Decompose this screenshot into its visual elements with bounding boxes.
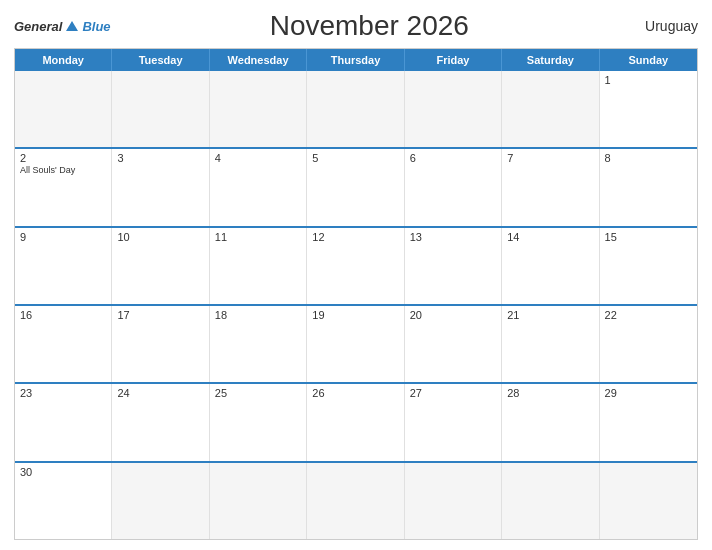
weeks: 12All Souls' Day345678910111213141516171… [15, 71, 697, 539]
day-number: 18 [215, 309, 301, 321]
day-cell [112, 463, 209, 539]
day-number: 19 [312, 309, 398, 321]
day-cell: 21 [502, 306, 599, 382]
day-cell: 8 [600, 149, 697, 225]
day-cell: 20 [405, 306, 502, 382]
week-row-4: 23242526272829 [15, 382, 697, 460]
day-cell: 23 [15, 384, 112, 460]
page: General Blue November 2026 Uruguay Monda… [0, 0, 712, 550]
day-number: 9 [20, 231, 106, 243]
day-number: 30 [20, 466, 106, 478]
day-cell [405, 463, 502, 539]
day-cell: 10 [112, 228, 209, 304]
logo-triangle-icon [66, 21, 78, 31]
day-cell: 13 [405, 228, 502, 304]
day-cell: 26 [307, 384, 404, 460]
day-cell: 27 [405, 384, 502, 460]
day-number: 23 [20, 387, 106, 399]
day-cell: 28 [502, 384, 599, 460]
day-cell: 12 [307, 228, 404, 304]
day-headers: MondayTuesdayWednesdayThursdayFridaySatu… [15, 49, 697, 71]
day-header-sunday: Sunday [600, 49, 697, 71]
day-number: 2 [20, 152, 106, 164]
day-number: 29 [605, 387, 692, 399]
day-cell: 22 [600, 306, 697, 382]
day-cell: 6 [405, 149, 502, 225]
month-title: November 2026 [111, 10, 628, 42]
day-number: 27 [410, 387, 496, 399]
day-cell [210, 71, 307, 147]
day-cell [502, 463, 599, 539]
day-cell [112, 71, 209, 147]
day-cell: 9 [15, 228, 112, 304]
day-cell: 24 [112, 384, 209, 460]
day-cell: 17 [112, 306, 209, 382]
day-number: 13 [410, 231, 496, 243]
day-number: 1 [605, 74, 692, 86]
logo-blue-text: Blue [82, 19, 110, 34]
day-number: 17 [117, 309, 203, 321]
day-number: 22 [605, 309, 692, 321]
day-header-tuesday: Tuesday [112, 49, 209, 71]
day-cell: 14 [502, 228, 599, 304]
day-number: 4 [215, 152, 301, 164]
week-row-1: 2All Souls' Day345678 [15, 147, 697, 225]
day-number: 10 [117, 231, 203, 243]
day-cell: 16 [15, 306, 112, 382]
day-cell: 25 [210, 384, 307, 460]
day-header-saturday: Saturday [502, 49, 599, 71]
day-cell [307, 71, 404, 147]
day-number: 20 [410, 309, 496, 321]
day-cell: 5 [307, 149, 404, 225]
day-cell: 19 [307, 306, 404, 382]
day-cell: 1 [600, 71, 697, 147]
day-number: 5 [312, 152, 398, 164]
logo: General Blue [14, 19, 111, 34]
day-number: 25 [215, 387, 301, 399]
week-row-5: 30 [15, 461, 697, 539]
day-number: 24 [117, 387, 203, 399]
day-cell: 30 [15, 463, 112, 539]
day-number: 26 [312, 387, 398, 399]
day-cell: 29 [600, 384, 697, 460]
day-cell: 4 [210, 149, 307, 225]
day-header-monday: Monday [15, 49, 112, 71]
day-cell [600, 463, 697, 539]
week-row-2: 9101112131415 [15, 226, 697, 304]
week-row-0: 1 [15, 71, 697, 147]
day-number: 8 [605, 152, 692, 164]
day-number: 28 [507, 387, 593, 399]
country-label: Uruguay [628, 18, 698, 34]
day-number: 6 [410, 152, 496, 164]
day-cell [502, 71, 599, 147]
day-number: 12 [312, 231, 398, 243]
day-number: 15 [605, 231, 692, 243]
day-number: 11 [215, 231, 301, 243]
day-cell: 7 [502, 149, 599, 225]
day-number: 14 [507, 231, 593, 243]
day-cell: 11 [210, 228, 307, 304]
day-number: 3 [117, 152, 203, 164]
day-number: 21 [507, 309, 593, 321]
day-cell [210, 463, 307, 539]
day-cell [307, 463, 404, 539]
logo-general-text: General [14, 19, 62, 34]
day-cell [15, 71, 112, 147]
day-number: 16 [20, 309, 106, 321]
holiday-label: All Souls' Day [20, 165, 106, 176]
day-cell: 15 [600, 228, 697, 304]
day-cell: 18 [210, 306, 307, 382]
header: General Blue November 2026 Uruguay [14, 10, 698, 42]
day-header-thursday: Thursday [307, 49, 404, 71]
week-row-3: 16171819202122 [15, 304, 697, 382]
calendar: MondayTuesdayWednesdayThursdayFridaySatu… [14, 48, 698, 540]
day-number: 7 [507, 152, 593, 164]
day-header-wednesday: Wednesday [210, 49, 307, 71]
day-cell: 3 [112, 149, 209, 225]
day-cell [405, 71, 502, 147]
day-cell: 2All Souls' Day [15, 149, 112, 225]
day-header-friday: Friday [405, 49, 502, 71]
